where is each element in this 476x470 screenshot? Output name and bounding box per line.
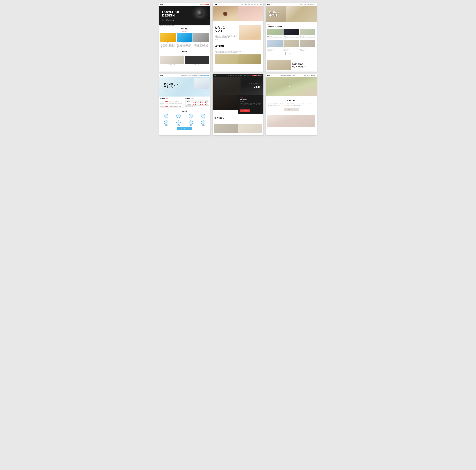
news-item-3: 2020.01.01 お知らせ 【2020年 1月 休診日情報】について [160,105,184,108]
hero-text-card5: ニーズに応えるデザイン UIKIT [249,83,260,88]
navbar-card4: UIKIT 診療内容 医師紹介 アクセス お知らせ 採用情報 tel: 0120… [159,74,210,77]
nav-people[interactable]: 人・職場 [243,75,246,76]
schedule-table: 診療時間 月 火 水 木 金 土 日 9:00-13:00 [185,100,209,106]
nav-btn-news[interactable]: NEWS [204,3,209,5]
strength-img-3 [193,33,209,42]
more-button-treatment[interactable]: 詳しくはこちら › [177,127,192,130]
treat-icon-2: 🦷 [176,114,181,118]
nav-works[interactable]: works [248,4,250,5]
treat-item-3: 🦷 一般歯科 [185,114,197,119]
more-button-events[interactable]: もっと見る › [286,52,297,55]
strength-text-2: ビジネスのニーズに応える高スタイリングデザインを提供します。機能性のある＆デザイ… [177,44,192,49]
nav-job[interactable]: 仕事を知る [238,75,242,76]
nav-project[interactable]: プロジェクト [246,75,251,76]
event-meta-2: 見学 オンライン リノベ事例：築40年の中古戸建を全面改装した居の実施中に利用し… [284,36,299,39]
sched-mon-a [192,104,194,105]
treat-icon-5: 🦷 [164,120,168,125]
nav-clinic-links: 診療内容 医師紹介 アクセス お知らせ 採用情報 [181,75,197,76]
nav-price[interactable]: price [251,4,253,5]
sched-fri-a [202,104,204,105]
worker-overlay [213,77,240,95]
coffee-cup-icon [223,12,227,16]
nav-btn-news-dark[interactable]: 新着情報 [252,75,256,76]
nav-phone-salon: tel: 03-1234-5678 [304,75,310,76]
nav-btn-reserve[interactable]: 予約する [311,75,315,76]
section2-title: 事業内容 [159,49,210,53]
treat-icon-6: 🦷 [176,120,181,125]
logo-card6: UIKIT [267,75,271,76]
nav-link-available[interactable]: AVAILABLE [200,4,204,5]
hero-text: POWER OFDESIGN デザインで優れた製品を創造する [162,10,180,22]
event-meta-4: 見学 オンライン リノベ事例：築40年の中古戸建を全面改装した居の実施中に利用し… [267,48,283,51]
treat-item-4: 🦷 一般歯科 [197,114,209,119]
nav-salon-links: HOME CONCEPT MENU STAFF ACCESS [281,75,295,76]
strength-text-1: ビジネスのニーズに応える高スタイリングデザインを提供します。機能性のある＆デザイ… [160,44,176,49]
sched-col-wed: 水 [197,100,199,102]
work-section: WORK 実績 製品デザインには、機能性、デザイン性、生産性などを考え抜いた取り… [213,42,264,66]
nav-news[interactable]: news [257,4,258,5]
hero-logo-card6: UIKIT [289,86,294,87]
strength-img-1 [160,33,176,42]
logo-card3: UIKIT [267,4,271,5]
section2-sub: SERVICE [159,53,210,54]
sched-sun-a: × [207,104,209,105]
about-description: 食と健康を見える支援機能組織を、最新のテクノロジーと現代の技術をプロフェッショナ… [215,33,237,38]
nav-contact[interactable]: contact [260,4,262,5]
card-clinic: UIKIT 診療内容 医師紹介 アクセス お知らせ 採用情報 tel: 0120… [159,74,210,135]
nav-about[interactable]: about [241,4,243,5]
news-header: 新着情報 NEWS [160,98,184,99]
info-section: 新着情報 NEWS 2020.01.01 お知らせ 【2019年 2020年 医… [159,97,210,109]
nav-service[interactable]: service [245,4,247,5]
salon-section [266,114,317,129]
sched-col-thu: 木 [199,100,202,102]
product-img-1 [160,56,184,64]
sched-sat-a [204,104,207,105]
event-meta-1: 見学 オンライン リノベ事例：築40年の中古戸建を全面改装した居の実施中に利用し… [267,36,283,39]
card-uikit-workshop: UIKIT あなたを知る 会社を知る 仕事を知る 人・職場 プロジェクト 新着情… [213,74,264,135]
treatment-title: 診療内容 [160,110,209,112]
product-label-1: プロダクトデザイン [160,64,184,66]
hero-title-card3: 家に暮らうHOUS [269,11,279,17]
event-section: EVENT 見学会・イベント情報 見学 オンライン リノベ事例：築40年の中古戸… [266,22,317,58]
treat-label-3: 一般歯科 [185,118,197,119]
hero-title: POWER OFDESIGN [162,10,180,17]
event-item-5: 見学 オンライン リノベ事例：築40年の中古戸建を全面改装した居の実施中に利用し… [284,40,299,51]
sched-col-tue: 火 [194,100,197,102]
event-item-3: 見学 オンライン リノベ事例：築40年の中古戸建を全面改装した居の実施中に利用し… [300,29,315,39]
strength-img-2 [177,33,192,42]
nav-btn-jobs[interactable]: 求人一覧 [257,75,262,76]
treat-icon-7: 🦷 [189,120,193,125]
about-image [239,25,261,40]
concept-btn[interactable]: 詳しくはこちら › [284,108,299,111]
job-section: 仕事を知る JOB 製品デザインには、機能性、デザイン性、生産性などを考え抜いた… [213,114,264,135]
card-hous-interior: UIKIT HOME CONCEPT WORKS BLOG CONTACT 家に… [266,3,317,71]
event-title: 見学会・イベント情報 [267,25,315,28]
company-btn[interactable]: 詳しくはこちら › [240,109,250,112]
reno-title: 快適な室内をリノベーション [292,63,315,68]
news-date-3: 2020.01.01 [160,106,164,107]
nav-about-us[interactable]: あなたを知る [228,75,233,76]
nav-company[interactable]: 会社を知る [233,75,237,76]
news-cat-3: お知らせ [165,106,168,107]
sched-col-label: 診療時間 [186,100,192,102]
sched-header-row: 診療時間 月 火 水 木 金 土 日 [186,100,209,102]
nav-blog[interactable]: blog [254,4,255,5]
navbar-card2: UIKIT about service works price blog new… [213,3,264,6]
about-more-link[interactable]: more more [215,39,237,40]
sched-title: 診療時間 [185,98,190,99]
nav-placeholder: HOME CONCEPT WORKS BLOG CONTACT [300,4,315,5]
concept-description: 食と健康を見える支援機能組織を、最新のテクノロジーと現代の技術をプロフェッショナ… [268,103,315,106]
navbar-card5: UIKIT あなたを知る 会社を知る 仕事を知る 人・職場 プロジェクト 新着情… [213,74,264,77]
treat-icon-4: 🦷 [201,114,205,118]
reno-text-block: ABOUT US 快適な室内をリノベーション [292,62,315,68]
event-item-2: 見学 オンライン リノベ事例：築40年の中古戸建を全面改装した居の実施中に利用し… [284,29,299,39]
event-img-3 [300,29,315,35]
sched-sun-m: × [207,102,209,104]
sched-wed-m [197,102,199,104]
sched-thu-a [199,104,202,105]
work-title: WORK [215,45,261,48]
sched-header: 診療時間 SCHEDULE [185,98,209,99]
treat-label-2: 一般歯科 [173,118,184,119]
nav-btn-reservation[interactable]: Web予約 [204,75,209,76]
news-date-2: 2020.01.01 [160,103,164,104]
